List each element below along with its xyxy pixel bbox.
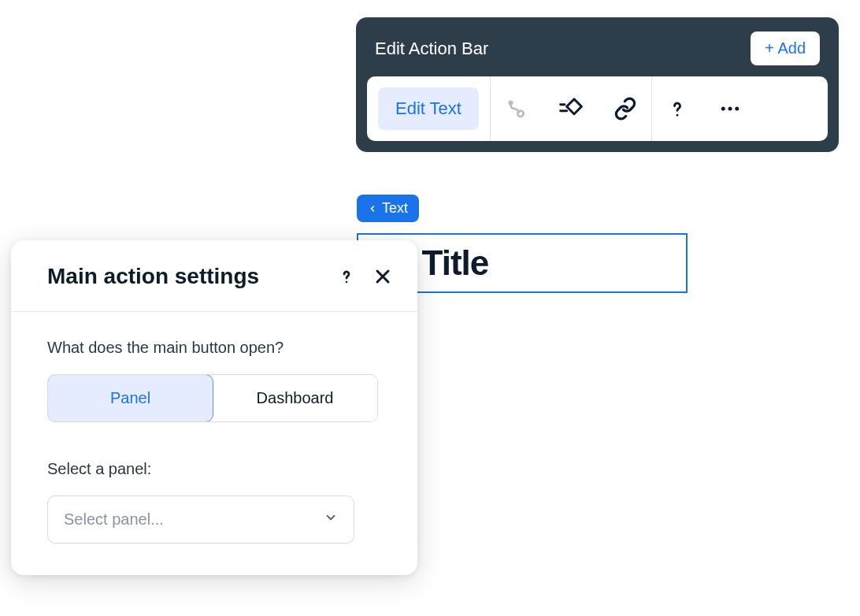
chevron-down-icon	[324, 510, 338, 529]
toolbar-section-icons	[491, 76, 652, 141]
more-icon[interactable]	[718, 97, 742, 121]
edit-action-bar: Edit Action Bar + Add Edit Text	[356, 17, 839, 152]
toolbar-section-more	[652, 76, 756, 141]
link-icon[interactable]	[613, 97, 637, 121]
text-pill-label: Text	[382, 200, 408, 217]
question-label: What does the main button open?	[47, 339, 381, 357]
toolbar-section-text: Edit Text	[367, 76, 491, 141]
svg-point-6	[721, 107, 725, 111]
svg-point-7	[728, 107, 732, 111]
edit-text-button[interactable]: Edit Text	[378, 87, 479, 130]
animation-icon[interactable]	[505, 97, 528, 121]
svg-point-9	[346, 281, 348, 284]
settings-header-icons	[337, 267, 392, 286]
settings-header: Main action settings	[11, 240, 417, 312]
settings-body: What does the main button open? Panel Da…	[11, 312, 417, 575]
segment-dashboard[interactable]: Dashboard	[213, 375, 377, 421]
close-icon[interactable]	[373, 267, 392, 286]
segment-panel[interactable]: Panel	[47, 374, 213, 422]
svg-rect-4	[567, 99, 582, 114]
add-button[interactable]: + Add	[751, 32, 820, 65]
help-icon[interactable]	[337, 267, 356, 286]
main-action-settings-panel: Main action settings What does the main …	[11, 240, 417, 575]
svg-point-1	[517, 111, 524, 117]
svg-point-8	[735, 107, 739, 111]
action-bar-header: Edit Action Bar + Add	[367, 28, 828, 76]
settings-title: Main action settings	[47, 264, 259, 289]
select-panel-label: Select a panel:	[47, 460, 381, 478]
select-placeholder: Select panel...	[64, 510, 164, 529]
chevron-left-icon	[368, 204, 377, 213]
select-panel-dropdown[interactable]: Select panel...	[47, 495, 354, 544]
text-element-pill[interactable]: Text	[357, 195, 419, 222]
help-icon[interactable]	[666, 98, 688, 120]
open-target-segmented: Panel Dashboard	[47, 374, 378, 422]
align-icon[interactable]	[558, 96, 584, 121]
svg-point-5	[677, 114, 679, 117]
action-bar-title: Edit Action Bar	[375, 39, 488, 59]
action-bar-toolbar: Edit Text	[367, 76, 828, 141]
